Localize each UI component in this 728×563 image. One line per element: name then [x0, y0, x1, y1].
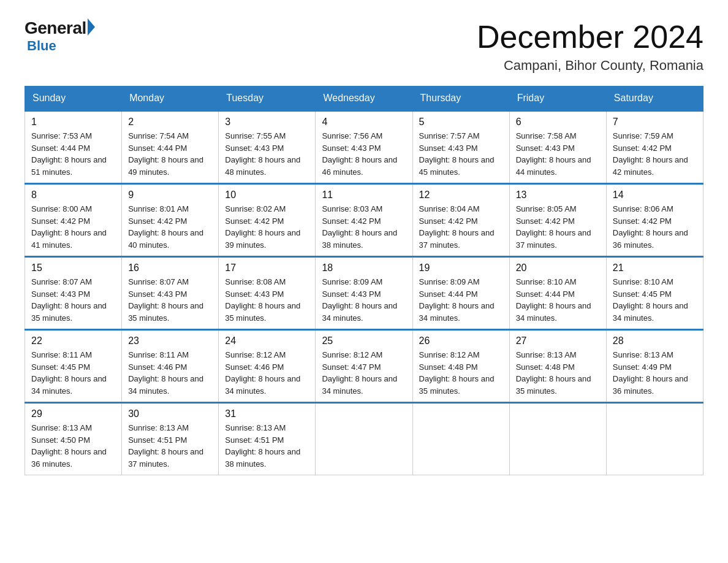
- day-info: Sunrise: 8:09 AM Sunset: 4:44 PM Dayligh…: [419, 276, 503, 324]
- calendar-cell: 25 Sunrise: 8:12 AM Sunset: 4:47 PM Dayl…: [316, 330, 412, 403]
- calendar-cell: 11 Sunrise: 8:03 AM Sunset: 4:42 PM Dayl…: [316, 184, 412, 257]
- logo-triangle-icon: [88, 18, 95, 36]
- day-info: Sunrise: 8:00 AM Sunset: 4:42 PM Dayligh…: [31, 203, 115, 251]
- weekday-header-row: SundayMondayTuesdayWednesdayThursdayFrid…: [25, 86, 703, 111]
- day-number: 29: [31, 408, 115, 419]
- day-info: Sunrise: 8:12 AM Sunset: 4:47 PM Dayligh…: [322, 349, 406, 397]
- day-number: 7: [613, 117, 697, 128]
- day-info: Sunrise: 8:03 AM Sunset: 4:42 PM Dayligh…: [322, 203, 406, 251]
- day-info: Sunrise: 8:09 AM Sunset: 4:43 PM Dayligh…: [322, 276, 406, 324]
- day-number: 24: [225, 335, 309, 347]
- calendar-cell: 18 Sunrise: 8:09 AM Sunset: 4:43 PM Dayl…: [316, 257, 412, 330]
- day-info: Sunrise: 8:13 AM Sunset: 4:50 PM Dayligh…: [31, 422, 115, 470]
- location-label: Campani, Bihor County, Romania: [477, 58, 703, 74]
- day-info: Sunrise: 8:02 AM Sunset: 4:42 PM Dayligh…: [225, 203, 309, 251]
- day-number: 3: [225, 117, 309, 128]
- day-info: Sunrise: 8:07 AM Sunset: 4:43 PM Dayligh…: [128, 276, 212, 324]
- calendar-week-row: 1 Sunrise: 7:53 AM Sunset: 4:44 PM Dayli…: [25, 111, 703, 184]
- calendar-cell: 24 Sunrise: 8:12 AM Sunset: 4:46 PM Dayl…: [219, 330, 316, 403]
- day-info: Sunrise: 8:12 AM Sunset: 4:48 PM Dayligh…: [419, 349, 503, 397]
- day-number: 25: [322, 335, 406, 347]
- weekday-header-friday: Friday: [509, 86, 606, 111]
- day-info: Sunrise: 8:06 AM Sunset: 4:42 PM Dayligh…: [613, 203, 697, 251]
- calendar-week-row: 29 Sunrise: 8:13 AM Sunset: 4:50 PM Dayl…: [25, 403, 703, 475]
- day-number: 19: [419, 262, 503, 274]
- calendar-cell: 2 Sunrise: 7:54 AM Sunset: 4:44 PM Dayli…: [122, 111, 219, 184]
- calendar-cell: 3 Sunrise: 7:55 AM Sunset: 4:43 PM Dayli…: [219, 111, 316, 184]
- calendar-week-row: 22 Sunrise: 8:11 AM Sunset: 4:45 PM Dayl…: [25, 330, 703, 403]
- day-info: Sunrise: 8:11 AM Sunset: 4:45 PM Dayligh…: [31, 349, 115, 397]
- calendar-cell: [316, 403, 412, 475]
- day-info: Sunrise: 8:08 AM Sunset: 4:43 PM Dayligh…: [225, 276, 309, 324]
- day-number: 2: [128, 117, 212, 128]
- day-info: Sunrise: 8:13 AM Sunset: 4:49 PM Dayligh…: [613, 349, 697, 397]
- calendar-cell: 22 Sunrise: 8:11 AM Sunset: 4:45 PM Dayl…: [25, 330, 122, 403]
- day-info: Sunrise: 8:12 AM Sunset: 4:46 PM Dayligh…: [225, 349, 309, 397]
- day-info: Sunrise: 8:13 AM Sunset: 4:51 PM Dayligh…: [128, 422, 212, 470]
- day-info: Sunrise: 7:57 AM Sunset: 4:43 PM Dayligh…: [419, 130, 503, 178]
- calendar-cell: 27 Sunrise: 8:13 AM Sunset: 4:48 PM Dayl…: [509, 330, 606, 403]
- day-info: Sunrise: 8:04 AM Sunset: 4:42 PM Dayligh…: [419, 203, 503, 251]
- day-info: Sunrise: 8:07 AM Sunset: 4:43 PM Dayligh…: [31, 276, 115, 324]
- calendar-cell: 29 Sunrise: 8:13 AM Sunset: 4:50 PM Dayl…: [25, 403, 122, 475]
- weekday-header-monday: Monday: [122, 86, 219, 111]
- calendar-cell: 10 Sunrise: 8:02 AM Sunset: 4:42 PM Dayl…: [219, 184, 316, 257]
- calendar-table: SundayMondayTuesdayWednesdayThursdayFrid…: [25, 86, 703, 475]
- day-number: 21: [613, 262, 697, 274]
- calendar-cell: 9 Sunrise: 8:01 AM Sunset: 4:42 PM Dayli…: [122, 184, 219, 257]
- calendar-cell: 21 Sunrise: 8:10 AM Sunset: 4:45 PM Dayl…: [606, 257, 703, 330]
- calendar-cell: 5 Sunrise: 7:57 AM Sunset: 4:43 PM Dayli…: [412, 111, 509, 184]
- title-block: December 2024 Campani, Bihor County, Rom…: [477, 18, 703, 74]
- calendar-cell: 31 Sunrise: 8:13 AM Sunset: 4:51 PM Dayl…: [219, 403, 316, 475]
- day-info: Sunrise: 8:11 AM Sunset: 4:46 PM Dayligh…: [128, 349, 212, 397]
- calendar-cell: [412, 403, 509, 475]
- calendar-cell: 17 Sunrise: 8:08 AM Sunset: 4:43 PM Dayl…: [219, 257, 316, 330]
- calendar-cell: 12 Sunrise: 8:04 AM Sunset: 4:42 PM Dayl…: [412, 184, 509, 257]
- day-number: 8: [31, 190, 115, 201]
- calendar-cell: 30 Sunrise: 8:13 AM Sunset: 4:51 PM Dayl…: [122, 403, 219, 475]
- calendar-cell: 26 Sunrise: 8:12 AM Sunset: 4:48 PM Dayl…: [412, 330, 509, 403]
- calendar-cell: 4 Sunrise: 7:56 AM Sunset: 4:43 PM Dayli…: [316, 111, 412, 184]
- day-number: 22: [31, 335, 115, 347]
- day-number: 4: [322, 117, 406, 128]
- day-number: 10: [225, 190, 309, 201]
- calendar-week-row: 15 Sunrise: 8:07 AM Sunset: 4:43 PM Dayl…: [25, 257, 703, 330]
- day-number: 23: [128, 335, 212, 347]
- day-number: 18: [322, 262, 406, 274]
- day-number: 30: [128, 408, 212, 419]
- month-title: December 2024: [477, 18, 703, 55]
- page-header: General Blue December 2024 Campani, Biho…: [25, 18, 703, 74]
- calendar-cell: 20 Sunrise: 8:10 AM Sunset: 4:44 PM Dayl…: [509, 257, 606, 330]
- logo: General Blue: [25, 18, 95, 54]
- day-number: 26: [419, 335, 503, 347]
- weekday-header-thursday: Thursday: [412, 86, 509, 111]
- day-info: Sunrise: 7:56 AM Sunset: 4:43 PM Dayligh…: [322, 130, 406, 178]
- day-info: Sunrise: 8:13 AM Sunset: 4:51 PM Dayligh…: [225, 422, 309, 470]
- day-number: 27: [516, 335, 600, 347]
- day-info: Sunrise: 8:13 AM Sunset: 4:48 PM Dayligh…: [516, 349, 600, 397]
- weekday-header-tuesday: Tuesday: [219, 86, 316, 111]
- calendar-cell: 15 Sunrise: 8:07 AM Sunset: 4:43 PM Dayl…: [25, 257, 122, 330]
- day-number: 31: [225, 408, 309, 419]
- logo-general-text: General: [25, 18, 86, 38]
- day-number: 15: [31, 262, 115, 274]
- calendar-cell: 14 Sunrise: 8:06 AM Sunset: 4:42 PM Dayl…: [606, 184, 703, 257]
- calendar-cell: 16 Sunrise: 8:07 AM Sunset: 4:43 PM Dayl…: [122, 257, 219, 330]
- weekday-header-saturday: Saturday: [606, 86, 703, 111]
- calendar-cell: 8 Sunrise: 8:00 AM Sunset: 4:42 PM Dayli…: [25, 184, 122, 257]
- weekday-header-sunday: Sunday: [25, 86, 122, 111]
- day-number: 20: [516, 262, 600, 274]
- calendar-cell: 23 Sunrise: 8:11 AM Sunset: 4:46 PM Dayl…: [122, 330, 219, 403]
- day-number: 16: [128, 262, 212, 274]
- day-info: Sunrise: 8:10 AM Sunset: 4:45 PM Dayligh…: [613, 276, 697, 324]
- calendar-week-row: 8 Sunrise: 8:00 AM Sunset: 4:42 PM Dayli…: [25, 184, 703, 257]
- day-number: 13: [516, 190, 600, 201]
- calendar-cell: [606, 403, 703, 475]
- day-info: Sunrise: 8:10 AM Sunset: 4:44 PM Dayligh…: [516, 276, 600, 324]
- calendar-cell: 6 Sunrise: 7:58 AM Sunset: 4:43 PM Dayli…: [509, 111, 606, 184]
- day-info: Sunrise: 7:59 AM Sunset: 4:42 PM Dayligh…: [613, 130, 697, 178]
- day-info: Sunrise: 8:05 AM Sunset: 4:42 PM Dayligh…: [516, 203, 600, 251]
- calendar-cell: 19 Sunrise: 8:09 AM Sunset: 4:44 PM Dayl…: [412, 257, 509, 330]
- day-info: Sunrise: 7:58 AM Sunset: 4:43 PM Dayligh…: [516, 130, 600, 178]
- day-number: 5: [419, 117, 503, 128]
